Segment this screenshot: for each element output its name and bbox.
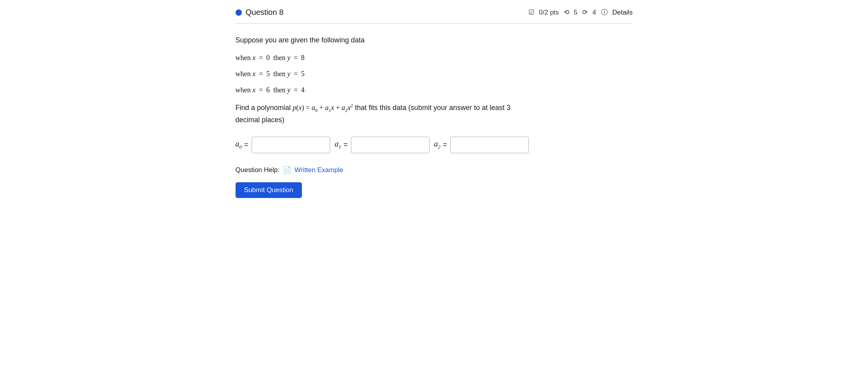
data-point-3: when x = 6 then y = 4 [236, 86, 633, 94]
equals-a1: = [344, 141, 348, 149]
input-group-a0: a0 = [236, 137, 330, 153]
document-icon: 📄 [283, 166, 291, 174]
inputs-row: a0 = a1 = a2 = [236, 137, 633, 153]
label-a2: a2 [434, 139, 441, 150]
question-title-group: Question 8 [236, 8, 284, 17]
question-meta: ☑ 0/2 pts ⟲ 5 ⟳ 4 ⓘ Details [528, 8, 633, 17]
question-dot [236, 9, 242, 16]
page-container: Question 8 ☑ 0/2 pts ⟲ 5 ⟳ 4 ⓘ Details S… [226, 0, 642, 209]
input-group-a2: a2 = [434, 137, 529, 153]
intro-text: Suppose you are given the following data [236, 36, 633, 44]
input-a1[interactable] [351, 137, 429, 153]
undo-count: 5 [574, 9, 577, 16]
score-display: 0/2 pts [539, 9, 559, 16]
data-point-2: when x = 5 then y = 5 [236, 70, 633, 78]
polynomial-description: Find a polynomial p(x) = a0 + a1x + a2x2… [236, 102, 633, 126]
score-icon: ☑ [528, 8, 534, 16]
question-body: Suppose you are given the following data… [236, 33, 633, 201]
input-a2[interactable] [450, 137, 529, 153]
equals-a2: = [443, 141, 447, 149]
label-a0: a0 [236, 139, 242, 150]
details-link[interactable]: Details [612, 9, 633, 16]
question-help-label: Question Help: [236, 166, 280, 174]
question-title: Question 8 [246, 8, 284, 17]
label-a1: a1 [335, 139, 342, 150]
question-header: Question 8 ☑ 0/2 pts ⟲ 5 ⟳ 4 ⓘ Details [236, 8, 633, 24]
written-example-link[interactable]: Written Example [294, 166, 343, 174]
input-a0[interactable] [252, 137, 330, 153]
info-icon[interactable]: ⓘ [601, 8, 608, 17]
redo-count: 4 [592, 9, 596, 16]
data-point-1: when x = 0 then y = 8 [236, 54, 633, 62]
undo-icon[interactable]: ⟲ [564, 8, 569, 16]
question-help: Question Help: 📄 Written Example [236, 166, 633, 174]
equals-a0: = [244, 141, 249, 149]
submit-button[interactable]: Submit Question [236, 182, 302, 198]
redo-icon[interactable]: ⟳ [582, 8, 588, 16]
input-group-a1: a1 = [335, 137, 429, 153]
